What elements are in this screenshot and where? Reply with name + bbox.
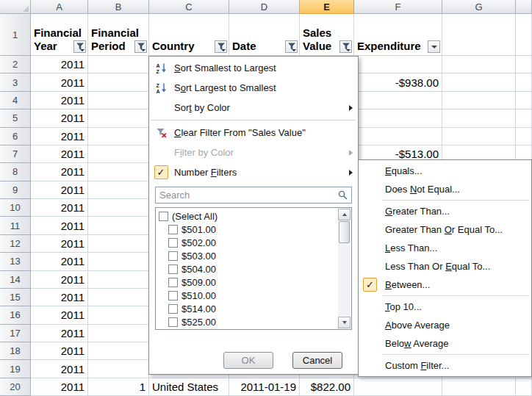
- grid-cell[interactable]: [516, 378, 532, 396]
- filter-button-E[interactable]: [339, 40, 352, 53]
- header-cell-D[interactable]: Date: [229, 14, 300, 56]
- grid-cell[interactable]: [88, 92, 149, 109]
- cell-A18[interactable]: 2011: [31, 342, 88, 360]
- row-header-20[interactable]: 20: [0, 378, 31, 396]
- cell-A11[interactable]: 2011: [31, 217, 88, 234]
- checkbox-icon[interactable]: [168, 317, 178, 327]
- grid-cell[interactable]: [442, 378, 516, 396]
- cell-A3[interactable]: 2011: [31, 73, 88, 91]
- row-header-17[interactable]: 17: [0, 325, 31, 342]
- row-header-13[interactable]: 13: [0, 253, 31, 270]
- filter-button-D[interactable]: [285, 40, 298, 53]
- row-header-18[interactable]: 18: [0, 342, 31, 360]
- filter-value-item[interactable]: $509.00: [157, 276, 337, 289]
- grid-cell[interactable]: [88, 73, 149, 91]
- grid-cell[interactable]: [88, 199, 149, 217]
- grid-cell[interactable]: [88, 145, 149, 163]
- filter-button-C[interactable]: [215, 40, 227, 53]
- grid-cell[interactable]: [442, 128, 516, 145]
- col-header-D[interactable]: D: [229, 0, 300, 14]
- menu-item-sort-smallest-to-largest[interactable]: AZSort Smallest to Largest: [149, 58, 358, 78]
- grid-cell[interactable]: [354, 109, 442, 127]
- cell-B20[interactable]: 1: [88, 378, 149, 396]
- grid-cell[interactable]: [88, 128, 149, 145]
- scrollbar-thumb[interactable]: [339, 221, 350, 243]
- menu-item-filter-by-color[interactable]: Filter by Color: [149, 143, 358, 162]
- col-header-A[interactable]: A: [31, 0, 88, 14]
- submenu-item-equals[interactable]: Equals...: [359, 162, 531, 180]
- cell-C20[interactable]: United States: [149, 378, 229, 396]
- menu-item-sort-by-color[interactable]: Sort by Color: [149, 98, 358, 118]
- row-header-9[interactable]: 9: [0, 181, 31, 199]
- cancel-button[interactable]: Cancel: [292, 352, 342, 369]
- checkbox-icon[interactable]: [168, 278, 178, 287]
- submenu-item-greater-than[interactable]: Greater Than...: [359, 202, 531, 220]
- filter-value-item[interactable]: $501.00: [157, 223, 337, 236]
- cell-D20[interactable]: 2011-01-19: [229, 378, 300, 396]
- row-header-14[interactable]: 14: [0, 271, 31, 289]
- grid-cell[interactable]: [88, 56, 149, 73]
- header-cell-G[interactable]: [442, 14, 516, 56]
- grid-cell[interactable]: [354, 56, 442, 73]
- menu-item-sort-largest-to-smallest[interactable]: ZASort Largest to Smallest: [149, 78, 358, 98]
- grid-cell[interactable]: [516, 128, 532, 145]
- header-cell-F[interactable]: Expenditure: [354, 14, 442, 56]
- cell-A12[interactable]: 2011: [31, 235, 88, 253]
- grid-cell[interactable]: [442, 73, 516, 91]
- cell-A19[interactable]: 2011: [31, 360, 88, 378]
- row-header-12[interactable]: 12: [0, 235, 31, 253]
- row-header-3[interactable]: 3: [0, 73, 31, 91]
- header-cell-E[interactable]: SalesValue: [300, 14, 354, 56]
- search-icon[interactable]: [337, 190, 348, 201]
- filter-value-item[interactable]: $510.00: [157, 289, 337, 302]
- col-header-E[interactable]: E: [300, 0, 354, 14]
- cell-A8[interactable]: 2011: [31, 163, 88, 181]
- grid-cell[interactable]: [88, 271, 149, 289]
- grid-cell[interactable]: [442, 92, 516, 109]
- grid-cell[interactable]: [88, 217, 149, 234]
- cell-A13[interactable]: 2011: [31, 253, 88, 270]
- ok-button[interactable]: OK: [223, 352, 273, 369]
- cell-A10[interactable]: 2011: [31, 199, 88, 217]
- row-header-16[interactable]: 16: [0, 306, 31, 324]
- scroll-up-button[interactable]: [338, 209, 351, 220]
- col-header-B[interactable]: B: [88, 0, 149, 14]
- grid-cell[interactable]: [516, 73, 532, 91]
- grid-cell[interactable]: [88, 325, 149, 342]
- checkbox-icon[interactable]: [168, 264, 178, 274]
- grid-cell[interactable]: [88, 342, 149, 360]
- checkbox-icon[interactable]: [159, 212, 168, 221]
- submenu-item-less-than[interactable]: Less Than...: [359, 239, 531, 257]
- cell-A15[interactable]: 2011: [31, 289, 88, 306]
- search-input[interactable]: [155, 187, 352, 204]
- submenu-item-above-average[interactable]: Above Average: [359, 316, 531, 334]
- checkbox-icon[interactable]: [168, 304, 178, 314]
- checkbox-icon[interactable]: [168, 238, 178, 248]
- cell-A7[interactable]: 2011: [31, 145, 88, 163]
- cell-A2[interactable]: 2011: [31, 56, 88, 73]
- submenu-item-does-not-equal[interactable]: Does Not Equal...: [359, 180, 531, 198]
- filter-value-item[interactable]: (Select All): [157, 209, 337, 223]
- cell-A5[interactable]: 2011: [31, 109, 88, 127]
- row-header-11[interactable]: 11: [0, 217, 31, 234]
- header-cell-A[interactable]: FinancialYear: [31, 14, 88, 56]
- header-cell-C[interactable]: Country: [149, 14, 229, 56]
- submenu-item-top-10[interactable]: Top 10...: [359, 298, 531, 316]
- checkbox-icon[interactable]: [168, 225, 178, 234]
- grid-cell[interactable]: [354, 128, 442, 145]
- cell-A20[interactable]: 2011: [31, 378, 88, 396]
- submenu-item-less-than-or-equal-to[interactable]: Less Than Or Equal To...: [359, 257, 531, 276]
- filter-button-B[interactable]: [134, 40, 147, 53]
- cell-F3[interactable]: -$938.00: [354, 73, 442, 91]
- select-all-corner[interactable]: [0, 0, 31, 14]
- col-header-F[interactable]: F: [354, 0, 442, 14]
- col-header-C[interactable]: C: [149, 0, 229, 14]
- row-header-1[interactable]: 1: [0, 14, 31, 56]
- filter-value-item[interactable]: $504.00: [157, 262, 337, 276]
- row-header-15[interactable]: 15: [0, 289, 31, 306]
- grid-cell[interactable]: [442, 109, 516, 127]
- row-header-6[interactable]: 6: [0, 128, 31, 145]
- submenu-item-below-average[interactable]: Below Average: [359, 334, 531, 353]
- cell-A6[interactable]: 2011: [31, 128, 88, 145]
- cell-A9[interactable]: 2011: [31, 181, 88, 199]
